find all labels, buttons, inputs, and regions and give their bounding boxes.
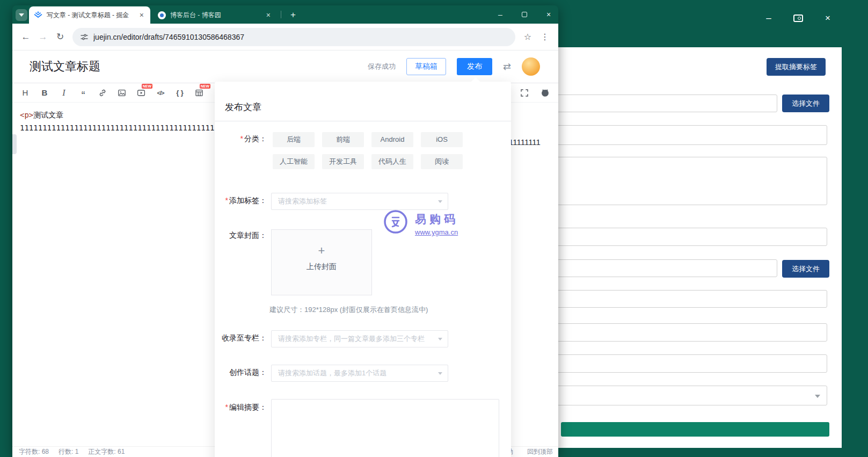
tab-close-icon[interactable]: × — [265, 11, 272, 19]
cover-upload-box[interactable]: + 上传封面 — [271, 229, 372, 295]
form-field-5[interactable] — [550, 354, 827, 373]
os-window-controls: – × — [762, 12, 834, 25]
category-row-1: 后端 前端 Android iOS — [273, 132, 463, 147]
char-count: 字符数: 68 — [19, 447, 49, 456]
cover-label: 文章封面： — [215, 231, 267, 241]
tab-close-icon[interactable]: × — [138, 11, 145, 19]
site-settings-icon — [80, 33, 89, 41]
topic-placeholder: 请搜索添加话题，最多添加1个话题 — [278, 368, 386, 378]
tab-divider — [281, 11, 281, 18]
new-tab-button[interactable]: + — [287, 9, 299, 21]
url-input[interactable]: juejin.cn/editor/drafts/7465910130586468… — [72, 28, 515, 46]
screen-shape — [793, 14, 803, 22]
juejin-favicon-icon — [34, 11, 42, 19]
form-field-2[interactable] — [550, 228, 827, 246]
table-icon[interactable]: NEW — [189, 83, 209, 103]
watermark-text: 易购码 www.ygma.cn — [415, 208, 458, 236]
bookmark-star-icon[interactable]: ☆ — [520, 29, 536, 45]
category-tag[interactable]: 后端 — [273, 132, 315, 147]
refresh-icon[interactable]: ↻ — [52, 29, 68, 45]
popup-title: 发布文章 — [225, 101, 261, 113]
avatar[interactable] — [522, 57, 540, 76]
cnblogs-favicon-icon — [158, 11, 166, 19]
category-tag[interactable]: Android — [371, 132, 413, 147]
browser-window: 写文章 - 测试文章标题 - 掘金 × 博客后台 - 博客园 × + – × ←… — [12, 5, 558, 457]
address-bar: ← → ↻ juejin.cn/editor/drafts/7465910130… — [12, 24, 558, 50]
close-icon[interactable]: × — [821, 12, 834, 25]
plus-icon: + — [318, 245, 325, 257]
code-block-icon[interactable]: { } — [170, 83, 189, 103]
image-icon[interactable] — [112, 83, 132, 103]
save-status: 保存成功 — [368, 62, 396, 71]
italic-icon[interactable]: I — [54, 83, 74, 103]
heading-icon[interactable]: H — [16, 83, 35, 103]
sidebar-handle[interactable] — [12, 134, 17, 154]
capture-icon[interactable] — [792, 12, 805, 25]
watermark-url: www.ygma.cn — [415, 228, 458, 236]
chevron-down-icon — [438, 372, 442, 375]
chevron-down-icon — [438, 338, 442, 340]
fullscreen-icon[interactable] — [520, 83, 529, 103]
browser-close-icon[interactable]: × — [540, 5, 557, 24]
choose-file-button-1[interactable]: 选择文件 — [782, 95, 829, 112]
upload-cover-text: 上传封面 — [307, 262, 337, 272]
column-select[interactable]: 请搜索添加专栏，同一篇文章最多添加三个专栏 — [271, 330, 448, 347]
popup-divider — [215, 121, 511, 121]
link-icon[interactable] — [93, 83, 112, 103]
tab-cnblogs-admin[interactable]: 博客后台 - 博客园 × — [153, 6, 277, 24]
category-tag[interactable]: 人工智能 — [273, 154, 315, 169]
browser-maximize-icon[interactable] — [516, 5, 533, 24]
bold-icon[interactable]: B — [35, 83, 54, 103]
category-tag[interactable]: iOS — [421, 132, 463, 147]
back-icon[interactable]: ← — [18, 29, 34, 45]
minimize-icon[interactable]: – — [762, 12, 775, 25]
category-tag[interactable]: 前端 — [322, 132, 364, 147]
form-field-4[interactable] — [550, 323, 827, 342]
back-to-top-button[interactable]: 回到顶部 — [527, 447, 553, 456]
forward-icon[interactable]: → — [35, 29, 51, 45]
background-app-window: 提取摘要标签 选择文件 选择文件 — [546, 47, 842, 448]
browser-minimize-icon[interactable]: – — [492, 5, 509, 24]
blockquote-icon[interactable]: “ — [74, 83, 93, 103]
chevron-down-icon — [815, 395, 820, 398]
category-tag[interactable]: 代码人生 — [371, 154, 413, 169]
form-field-1[interactable] — [550, 125, 827, 145]
article-title-input[interactable]: 测试文章标题 — [30, 59, 357, 75]
code-icon[interactable]: </> — [151, 83, 170, 103]
topic-select[interactable]: 请搜索添加话题，最多添加1个话题 — [271, 365, 448, 382]
video-icon[interactable]: NEW — [132, 83, 151, 103]
word-count: 正文字数: 61 — [88, 447, 125, 456]
required-mark: * — [225, 196, 228, 205]
category-row-2: 人工智能 开发工具 代码人生 阅读 — [273, 154, 463, 169]
topic-label: 创作话题： — [215, 368, 267, 378]
tab-title: 写文章 - 测试文章标题 - 掘金 — [47, 11, 134, 20]
tab-juejin-editor[interactable]: 写文章 - 测试文章标题 - 掘金 × — [29, 6, 150, 24]
choose-file-button-2[interactable]: 选择文件 — [782, 260, 829, 278]
extract-summary-tags-button[interactable]: 提取摘要标签 — [767, 58, 826, 76]
bottom-action-bar[interactable] — [561, 422, 829, 437]
file-path-field-2[interactable] — [550, 259, 777, 277]
chevron-down-icon — [19, 13, 24, 17]
github-icon[interactable] — [541, 83, 550, 103]
toolbar-right-icons — [520, 83, 550, 103]
category-tag[interactable]: 开发工具 — [322, 154, 364, 169]
sync-swap-icon[interactable]: ⇄ — [503, 61, 511, 72]
category-tag[interactable]: 阅读 — [421, 154, 463, 169]
cover-size-hint: 建议尺寸：192*128px (封面仅展示在首页信息流中) — [269, 305, 428, 315]
publish-button[interactable]: 发布 — [457, 58, 492, 75]
popup-arrow — [471, 77, 480, 82]
browser-menu-icon[interactable]: ⋮ — [537, 29, 553, 45]
summary-textarea[interactable] — [271, 399, 499, 457]
tags-select[interactable]: 请搜索添加标签 — [271, 193, 448, 210]
juejin-editor-page: 测试文章标题 保存成功 草稿箱 发布 ⇄ H B I “ NEW </> { } — [12, 50, 558, 457]
required-mark: * — [225, 403, 228, 411]
drafts-button[interactable]: 草稿箱 — [406, 58, 446, 75]
category-label: *分类： — [215, 134, 267, 144]
form-dropdown[interactable] — [550, 386, 827, 405]
file-path-field-1[interactable] — [550, 95, 777, 112]
html-tag-token: <p> — [20, 111, 33, 119]
form-textarea-1[interactable] — [550, 157, 827, 205]
publish-popup: 发布文章 *分类： 后端 前端 Android iOS 人工智能 开发工具 代码… — [215, 82, 511, 457]
tab-search-button[interactable] — [16, 9, 27, 21]
form-field-3[interactable] — [550, 290, 827, 308]
